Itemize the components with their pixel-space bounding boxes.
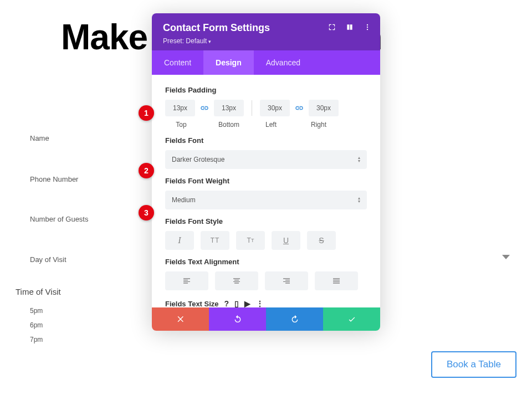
callout-1: 1 [139,105,154,121]
preset-selector[interactable]: Preset: Default [163,37,369,45]
alignment-row [165,271,367,290]
expand-icon[interactable] [328,23,336,31]
more-dots-icon[interactable]: ⋮ [256,299,264,307]
sort-icon [358,197,360,203]
columns-icon[interactable] [346,23,354,31]
cursor-icon[interactable]: ▶ [244,299,250,307]
panel-header: Contact Form Settings Preset: Default [152,13,380,50]
align-left-button[interactable] [165,271,208,290]
padding-bottom-input[interactable] [214,100,244,116]
field-phone[interactable]: Phone Number [30,175,78,183]
book-a-table-button[interactable]: Book a Table [431,351,516,378]
padding-controls [165,100,367,116]
underline-button[interactable]: U [272,231,300,250]
titlecase-button[interactable]: TT [236,231,265,250]
help-icon[interactable]: ? [224,299,229,307]
fields-padding-label: Fields Padding [165,86,367,94]
uppercase-button[interactable]: TT [201,231,229,250]
strikethrough-button[interactable]: S [307,231,336,250]
padding-top-input[interactable] [165,100,195,116]
padding-left-input[interactable] [260,100,290,116]
label-left: Left [255,121,287,129]
close-button[interactable] [152,307,209,331]
padding-right-input[interactable] [309,100,339,116]
field-name[interactable]: Name [30,134,49,142]
svg-point-0 [367,24,368,25]
settings-panel: Contact Form Settings Preset: Default Co… [152,13,380,331]
font-weight-value: Medium [172,196,196,204]
tab-design[interactable]: Design [203,50,254,75]
confirm-button[interactable] [323,307,380,331]
text-size-label-text: Fields Text Size [165,300,219,308]
label-bottom: Bottom [213,121,245,129]
label-right: Right [303,121,335,129]
link-icon-vertical[interactable] [197,101,212,115]
fields-font-weight-label: Fields Font Weight [165,177,367,185]
time-option-6pm[interactable]: 6pm [30,321,43,329]
redo-button[interactable] [266,307,323,331]
align-right-button[interactable] [265,271,308,290]
callout-3: 3 [139,205,154,220]
svg-point-2 [367,29,368,30]
font-style-row: I TT TT U S [165,231,367,250]
fields-text-alignment-label: Fields Text Alignment [165,258,367,266]
field-day[interactable]: Day of Visit [30,255,66,264]
font-select[interactable]: Darker Grotesque [165,150,367,169]
fields-font-label: Fields Font [165,136,367,145]
undo-button[interactable] [209,307,266,331]
time-of-visit-label: Time of Visit [16,287,61,296]
time-option-7pm[interactable]: 7pm [30,336,43,343]
field-guests[interactable]: Number of Guests [30,215,89,223]
tabs: Content Design Advanced [152,50,380,75]
padding-labels: Top Bottom Left Right [165,121,367,129]
callout-2: 2 [139,163,154,178]
align-center-button[interactable] [215,271,258,290]
time-option-5pm[interactable]: 5pm [30,307,43,315]
font-weight-select[interactable]: Medium [165,191,367,209]
device-icon[interactable]: ▯ [234,299,239,307]
more-icon[interactable] [364,23,371,31]
label-top: Top [165,121,197,129]
font-value: Darker Grotesque [172,156,224,163]
tab-advanced[interactable]: Advanced [254,50,313,75]
link-icon-horizontal[interactable] [292,101,306,115]
fields-font-style-label: Fields Font Style [165,217,367,225]
svg-point-1 [367,27,368,28]
tab-content[interactable]: Content [152,50,203,75]
italic-button[interactable]: I [165,231,194,250]
fields-text-size-label: Fields Text Size ? ▯ ▶ ⋮ [165,299,367,307]
align-justify-button[interactable] [315,271,358,290]
sort-icon [358,156,360,162]
separator [252,100,252,116]
chevron-down-icon[interactable] [502,255,510,259]
panel-footer [152,307,380,331]
panel-body: Fields Padding Top Bottom Left Right Fie… [152,75,380,307]
